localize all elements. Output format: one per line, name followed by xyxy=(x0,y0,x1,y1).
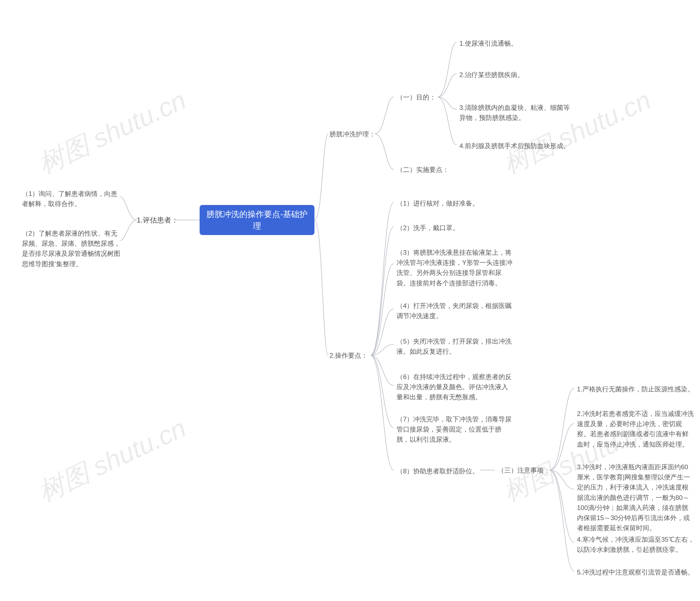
notes-label[interactable]: （三）注意事项： xyxy=(498,466,550,475)
note-3: 3.冲洗时，冲洗液瓶内液面距床面约60厘米，医学教育|网搜集整理以便产生一定的压… xyxy=(577,462,695,533)
step-7: （7）冲洗完毕，取下冲洗管，消毒导尿管口接尿袋，妥善固定，位置低于膀胱，以利引流… xyxy=(397,414,514,445)
note-1: 1.严格执行无菌操作，防止医源性感染。 xyxy=(577,384,694,394)
watermark: 树图 shutu.cn xyxy=(33,411,192,510)
watermark: 树图 shutu.cn xyxy=(498,83,657,182)
grp1-label[interactable]: 膀胱冲洗护理： xyxy=(329,130,375,138)
step-4: （4）打开冲洗管，夹闭尿袋，根据医嘱调节冲洗速度。 xyxy=(397,300,514,321)
mindmap-canvas: 树图 shutu.cn 树图 shutu.cn 树图 shutu.cn 树图 s… xyxy=(0,0,700,601)
step-2: （2）洗手，戴口罩。 xyxy=(397,223,459,233)
step-3: （3）将膀胱冲洗液悬挂在输液架上，将冲洗管与冲洗液连接，Y形管一头连接冲洗管、另… xyxy=(397,247,514,288)
root-node[interactable]: 膀胱冲洗的操作要点-基础护理 xyxy=(200,205,315,235)
section-assess[interactable]: 1.评估患者： xyxy=(137,215,178,225)
watermark: 树图 shutu.cn xyxy=(33,83,192,182)
note-4: 4.寒冷气候，冲洗液应加温至35℃左右，以防冷水刺激膀胱，引起膀胱痉挛。 xyxy=(577,534,695,554)
grp2-label[interactable]: 2.操作要点： xyxy=(329,351,368,360)
step-1: （1）进行核对，做好准备。 xyxy=(397,198,479,208)
note-5: 5.冲洗过程中注意观察引流管是否通畅。 xyxy=(577,567,694,577)
purpose-3: 3.清除膀胱内的血凝块、粘液、细菌等异物，预防膀胱感染。 xyxy=(459,103,574,123)
assess-item-1: （1）询问、了解患者病情，向患者解释，取得合作。 xyxy=(22,189,123,209)
purpose-2: 2.治疗某些膀胱疾病。 xyxy=(459,70,524,80)
impl-label[interactable]: （二）实施要点： xyxy=(397,165,449,174)
root-title: 膀胱冲洗的操作要点-基础护理 xyxy=(205,208,309,232)
note-2: 2.冲洗时若患者感觉不适，应当减缓冲洗速度及量，必要时停止冲洗，密切观察。若患者… xyxy=(577,409,695,449)
purpose-4: 4.前列腺及膀胱手术后预防血块形成。 xyxy=(459,141,570,151)
step-8: （8）协助患者取舒适卧位。 xyxy=(397,466,479,476)
purpose-1: 1.使尿液引流通畅。 xyxy=(459,38,517,48)
step-6: （6）在持续冲洗过程中，观察患者的反应及冲洗液的量及颜色。评估冲洗液入量和出量，… xyxy=(397,372,514,402)
step-5: （5）夹闭冲洗管，打开尿袋，排出冲洗液。如此反复进行。 xyxy=(397,336,514,357)
purpose-label[interactable]: （一）目的： xyxy=(397,93,436,102)
assess-item-2: （2）了解患者尿液的性状、有无尿频、尿急、尿痛、膀胱憋尿感，是否排尽尿液及尿管通… xyxy=(22,228,123,269)
